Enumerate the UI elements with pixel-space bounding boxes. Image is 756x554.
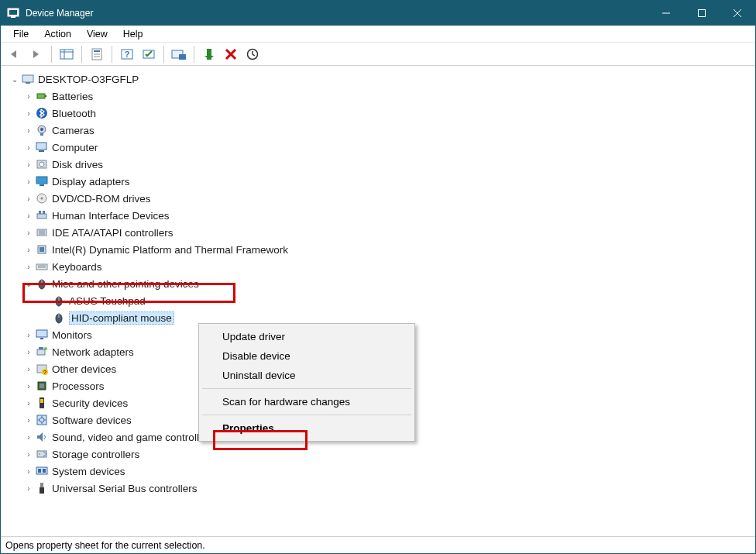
svg-rect-4 (699, 10, 706, 17)
tree-category[interactable]: ›Storage controllers (9, 446, 755, 463)
statusbar: Opens property sheet for the current sel… (1, 536, 755, 553)
tree-category-label: Human Interface Devices (52, 210, 170, 222)
window-title: Device Manager (26, 8, 648, 19)
chevron-right-icon[interactable]: › (22, 382, 35, 391)
menu-view[interactable]: View (79, 27, 115, 41)
tree-category-label: Software devices (52, 415, 132, 426)
tree-category[interactable]: ›Computer (9, 139, 755, 156)
menu-file[interactable]: File (5, 27, 36, 41)
maximize-button[interactable] (684, 1, 720, 26)
menu-help[interactable]: Help (115, 27, 151, 41)
svg-rect-18 (179, 54, 186, 60)
chevron-right-icon[interactable]: › (22, 365, 35, 373)
chevron-right-icon[interactable]: › (22, 109, 35, 118)
tree-category-label: Network adapters (52, 346, 134, 358)
update-driver-button[interactable] (170, 45, 188, 64)
tree-category[interactable]: ›IDE ATA/ATAPI controllers (9, 224, 755, 241)
chevron-right-icon[interactable]: › (22, 263, 35, 271)
other-icon: ? (35, 362, 49, 376)
chevron-right-icon[interactable]: › (22, 229, 35, 237)
tree-category-label: Bluetooth (52, 108, 96, 119)
svg-point-38 (41, 198, 43, 200)
minimize-button[interactable] (648, 1, 684, 26)
svg-text:?: ? (43, 370, 46, 375)
battery-icon (35, 89, 49, 103)
chevron-right-icon[interactable]: › (22, 143, 35, 152)
menu-action[interactable]: Action (36, 27, 79, 41)
context-menu-item[interactable]: Disable device (201, 346, 413, 366)
context-menu-item[interactable]: Properties (201, 418, 413, 438)
tree-category-label: DVD/CD-ROM drives (52, 193, 151, 205)
tree-category[interactable]: ›Display adapters (9, 173, 755, 190)
chevron-right-icon[interactable]: › (22, 348, 35, 356)
tree-category[interactable]: ›Keyboards (9, 258, 755, 275)
tree-root-label: DESKTOP-O3FGFLP (38, 74, 139, 85)
tree-root[interactable]: ⌄DESKTOP-O3FGFLP (9, 71, 755, 88)
disable-device-button[interactable] (243, 45, 262, 64)
chevron-right-icon[interactable]: › (22, 450, 35, 459)
tree-category[interactable]: ⌄Mice and other pointing devices (9, 275, 755, 292)
device-tree-panel[interactable]: ⌄DESKTOP-O3FGFLP›Batteries›Bluetooth›Cam… (1, 66, 755, 536)
chevron-right-icon[interactable]: › (22, 177, 35, 186)
svg-rect-68 (40, 399, 43, 403)
properties-button[interactable] (88, 45, 106, 64)
mouse-icon (52, 311, 66, 325)
scan-hardware-button[interactable] (139, 45, 158, 64)
svg-rect-25 (37, 94, 45, 98)
dvd-icon (35, 191, 49, 205)
tree-category[interactable]: ›Cameras (9, 122, 755, 139)
chevron-right-icon[interactable]: › (22, 126, 35, 135)
chevron-down-icon[interactable]: ⌄ (9, 75, 21, 84)
tree-category[interactable]: ›DVD/CD-ROM drives (9, 190, 755, 207)
tree-category[interactable]: ›Universal Serial Bus controllers (9, 480, 755, 497)
titlebar[interactable]: Device Manager (1, 1, 755, 26)
enable-device-button[interactable] (200, 45, 218, 64)
close-button[interactable] (720, 1, 755, 26)
svg-rect-57 (36, 330, 47, 337)
tree-category[interactable]: ›Batteries (9, 88, 755, 105)
chevron-right-icon[interactable]: › (22, 467, 35, 476)
chevron-right-icon[interactable]: › (22, 212, 35, 220)
context-menu-item[interactable]: Uninstall device (201, 366, 413, 385)
chevron-right-icon[interactable]: › (22, 194, 35, 203)
svg-rect-80 (40, 483, 43, 487)
svg-rect-1 (9, 10, 17, 15)
network-icon (35, 345, 49, 359)
svg-rect-79 (43, 469, 46, 473)
tree-category[interactable]: ›System devices (9, 463, 755, 480)
chevron-right-icon[interactable]: › (22, 331, 35, 339)
computer-icon (21, 72, 35, 86)
app-icon (7, 7, 19, 19)
show-hide-tree-button[interactable] (57, 45, 76, 64)
tree-category[interactable]: ›Intel(R) Dynamic Platform and Thermal F… (9, 241, 755, 258)
camera-icon (35, 123, 49, 137)
chevron-right-icon[interactable]: › (22, 484, 35, 493)
svg-rect-36 (40, 184, 44, 186)
context-menu-item[interactable]: Update driver (201, 327, 413, 346)
tree-category[interactable]: ›Disk drives (9, 156, 755, 173)
chevron-right-icon[interactable]: › (22, 92, 35, 101)
computer-icon (35, 140, 49, 154)
chevron-right-icon[interactable]: › (22, 246, 35, 254)
uninstall-device-button[interactable] (222, 45, 240, 64)
forward-button[interactable] (27, 45, 46, 64)
usb-icon (35, 481, 49, 495)
tree-category[interactable]: ›Bluetooth (9, 105, 755, 122)
chevron-right-icon[interactable]: › (22, 433, 35, 442)
help-button[interactable]: ? (118, 45, 136, 64)
svg-point-61 (44, 347, 47, 350)
tree-category[interactable]: ›Human Interface Devices (9, 207, 755, 224)
chevron-right-icon[interactable]: › (22, 399, 35, 408)
context-menu-item[interactable]: Scan for hardware changes (201, 392, 413, 411)
chevron-right-icon[interactable]: › (22, 416, 35, 425)
chevron-right-icon[interactable]: › (22, 160, 35, 169)
back-button[interactable] (5, 45, 24, 64)
chevron-down-icon[interactable]: ⌄ (22, 280, 35, 288)
svg-text:?: ? (125, 50, 130, 59)
tree-category-label: Cameras (52, 125, 94, 136)
tree-category-label: Batteries (52, 91, 93, 102)
software-icon (35, 413, 49, 427)
chip-icon (35, 243, 49, 256)
tree-device[interactable]: ASUS Touchpad (9, 292, 755, 309)
svg-rect-7 (60, 50, 73, 59)
